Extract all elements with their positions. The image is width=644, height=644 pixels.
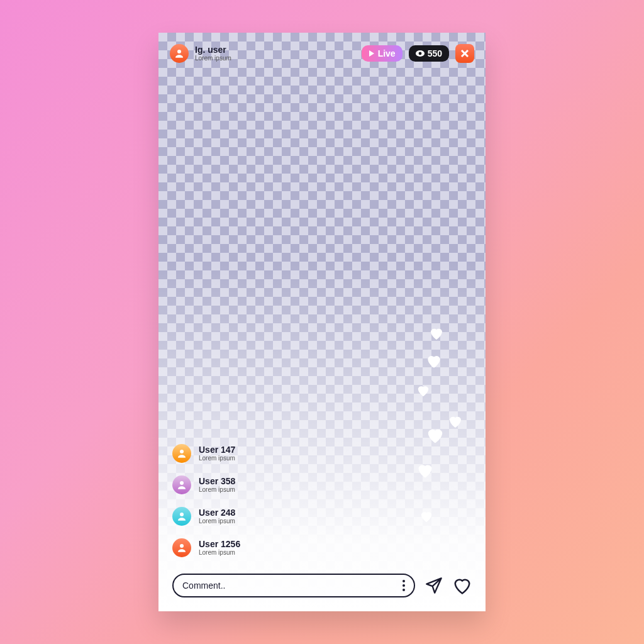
svg-point-2	[418, 52, 421, 55]
comment-text: Lorem ipsum	[199, 486, 235, 493]
svg-point-5	[180, 513, 184, 516]
comment-item: User 358Lorem ipsum	[172, 475, 240, 494]
commenter-name: User 1256	[199, 540, 240, 549]
commenter-avatar[interactable]	[172, 444, 191, 463]
comments-list: User 147Lorem ipsumUser 358Lorem ipsumUs…	[172, 444, 240, 557]
commenter-name: User 147	[199, 445, 235, 455]
streamer-subtitle: Lorem ipsum	[195, 55, 231, 62]
comment-item: User 147Lorem ipsum	[172, 444, 240, 463]
streamer-username: Ig. user	[195, 45, 231, 55]
viewer-count-badge: 550	[409, 45, 449, 62]
live-stream-phone-frame: Ig. user Lorem ipsum Live 550 User 147Lo…	[158, 33, 486, 611]
comment-text: Lorem ipsum	[199, 518, 235, 525]
comment-text: Lorem ipsum	[199, 455, 235, 462]
stream-header: Ig. user Lorem ipsum Live 550	[170, 44, 474, 63]
comment-meta: User 1256Lorem ipsum	[199, 540, 240, 556]
svg-point-6	[180, 544, 184, 548]
comment-item: User 248Lorem ipsum	[172, 507, 240, 526]
comment-item: User 1256Lorem ipsum	[172, 538, 240, 557]
comment-meta: User 147Lorem ipsum	[199, 445, 235, 462]
comment-input[interactable]: Comment..	[172, 574, 415, 597]
live-badge: Live	[362, 45, 402, 62]
commenter-avatar[interactable]	[172, 507, 191, 526]
person-icon	[176, 511, 187, 522]
live-label: Live	[378, 48, 396, 58]
svg-point-4	[180, 481, 184, 485]
svg-point-0	[177, 50, 181, 53]
commenter-avatar[interactable]	[172, 475, 191, 494]
comment-meta: User 248Lorem ipsum	[199, 508, 235, 525]
close-icon	[460, 49, 469, 58]
more-options-icon[interactable]	[402, 580, 405, 591]
streamer-meta: Ig. user Lorem ipsum	[195, 45, 231, 62]
play-icon	[369, 50, 375, 57]
comment-placeholder: Comment..	[182, 580, 225, 591]
person-icon	[176, 448, 187, 459]
eye-icon	[416, 50, 425, 57]
commenter-avatar[interactable]	[172, 538, 191, 557]
person-icon	[176, 542, 187, 553]
comment-meta: User 358Lorem ipsum	[199, 477, 235, 493]
person-icon	[174, 48, 185, 59]
comment-text: Lorem ipsum	[199, 549, 240, 556]
commenter-name: User 358	[199, 477, 235, 486]
share-button[interactable]	[425, 577, 443, 594]
streamer-avatar[interactable]	[170, 44, 189, 63]
commenter-name: User 248	[199, 508, 235, 518]
svg-point-3	[180, 450, 184, 453]
like-button[interactable]	[453, 577, 472, 594]
viewer-count: 550	[428, 48, 442, 58]
close-button[interactable]	[455, 44, 474, 63]
person-icon	[176, 479, 187, 491]
stream-footer: Comment..	[172, 574, 472, 597]
